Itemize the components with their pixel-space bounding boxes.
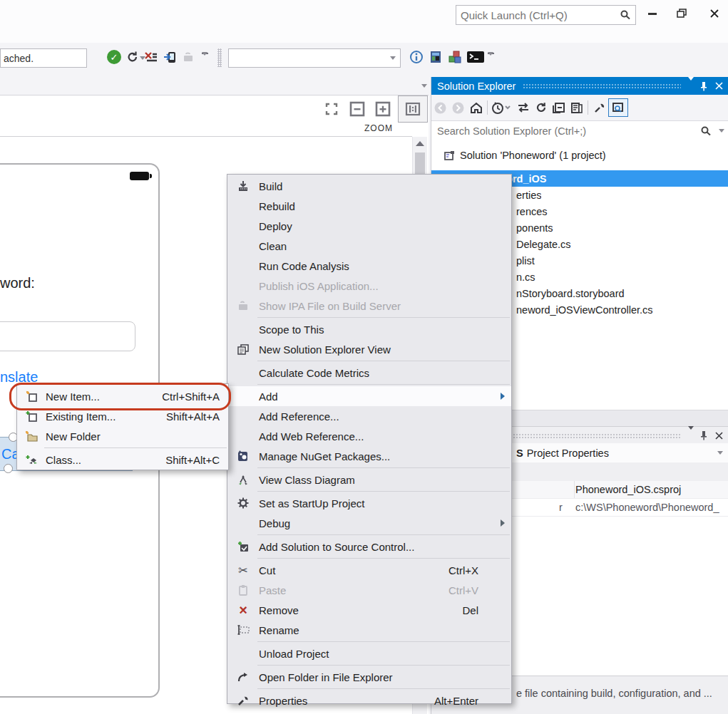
menu-item-paste: PasteCtrl+V bbox=[227, 580, 511, 600]
menu-item-add-web-reference[interactable]: Add Web Reference... bbox=[227, 426, 511, 446]
pin-button[interactable] bbox=[699, 81, 708, 91]
solution-explorer-search[interactable] bbox=[431, 120, 728, 141]
quick-launch-box[interactable] bbox=[456, 5, 636, 25]
submenu-item-existing-item[interactable]: Existing Item... Shift+Alt+A bbox=[17, 406, 228, 426]
pending-changes-icon bbox=[491, 102, 513, 114]
menu-separator bbox=[257, 665, 510, 666]
menu-item-deploy[interactable]: Deploy bbox=[227, 216, 511, 236]
phoneword-label: word: bbox=[0, 275, 35, 291]
phone-number-field[interactable] bbox=[0, 321, 135, 351]
menu-item-calculate-code-metrics[interactable]: Calculate Code Metrics bbox=[227, 363, 511, 383]
toolbar-grip[interactable] bbox=[217, 48, 222, 67]
menu-item-new-solution-explorer-view[interactable]: New Solution Explorer View bbox=[227, 339, 511, 359]
zoom-in-button[interactable] bbox=[374, 100, 392, 118]
toolbar-overflow-button[interactable] bbox=[202, 53, 208, 67]
zoom-actual-size-button[interactable] bbox=[398, 95, 428, 123]
solution-explorer-titlebar[interactable]: Solution Explorer bbox=[431, 77, 728, 95]
close-icon bbox=[715, 432, 723, 440]
collapse-all-button[interactable] bbox=[550, 98, 568, 117]
menu-separator bbox=[257, 688, 510, 689]
window-position-button[interactable] bbox=[688, 430, 694, 441]
toolbar-combo-input[interactable] bbox=[229, 53, 386, 64]
pending-changes-filter-button[interactable] bbox=[490, 98, 514, 117]
menu-item-remove[interactable]: × RemoveDel bbox=[227, 600, 511, 620]
forward-button[interactable] bbox=[449, 98, 467, 117]
sync-with-active-button[interactable] bbox=[514, 98, 532, 117]
toolbar-combo[interactable] bbox=[228, 48, 401, 68]
nuget-icon bbox=[227, 450, 259, 462]
menu-item-set-as-startup[interactable]: Set as StartUp Project bbox=[227, 493, 511, 513]
menu-item-open-folder[interactable]: Open Folder in File Explorer bbox=[227, 667, 511, 687]
menu-item-rename[interactable]: Rename bbox=[227, 620, 511, 640]
info-button[interactable] bbox=[408, 48, 425, 66]
preview-selected-button[interactable] bbox=[608, 98, 628, 117]
new-view-icon bbox=[227, 344, 259, 355]
import-button[interactable] bbox=[180, 48, 197, 66]
zoom-out-button[interactable] bbox=[348, 100, 366, 118]
clear-list-button[interactable] bbox=[143, 48, 160, 66]
menu-item-run-code-analysis[interactable]: Run Code Analysis bbox=[227, 256, 511, 276]
submenu-item-new-item[interactable]: New Item... Ctrl+Shift+A bbox=[17, 386, 228, 406]
deploy-device-icon bbox=[163, 50, 177, 64]
close-panel-button[interactable] bbox=[715, 82, 723, 90]
solution-node-label: Solution 'Phoneword' (1 project) bbox=[460, 150, 606, 161]
restore-button[interactable] bbox=[672, 6, 693, 21]
quick-launch-input[interactable] bbox=[456, 9, 620, 21]
close-panel-button[interactable] bbox=[715, 432, 723, 440]
device-combo[interactable] bbox=[0, 48, 87, 68]
selection-handle[interactable] bbox=[4, 464, 13, 473]
menu-item-add-reference[interactable]: Add Reference... bbox=[227, 406, 511, 426]
check-circle-icon: ✓ bbox=[107, 50, 121, 64]
menu-item-manage-nuget[interactable]: Manage NuGet Packages... bbox=[227, 446, 511, 466]
scroll-up-icon[interactable] bbox=[416, 141, 424, 146]
zoom-in-icon bbox=[375, 101, 391, 117]
solution-node[interactable]: Solution 'Phoneword' (1 project) bbox=[431, 140, 728, 163]
menu-item-cut[interactable]: ✂ CutCtrl+X bbox=[227, 560, 511, 580]
menu-item-add-solution-to-source-control[interactable]: Add Solution to Source Control... bbox=[227, 537, 511, 557]
document-dropdown-icon[interactable] bbox=[421, 84, 427, 88]
menu-item-properties[interactable]: PropertiesAlt+Enter bbox=[227, 690, 511, 710]
menu-item-unload-project[interactable]: Unload Project bbox=[227, 643, 511, 663]
toolbar-overflow2-button[interactable] bbox=[488, 53, 494, 67]
title-bar bbox=[0, 0, 728, 43]
menu-item-debug[interactable]: Debug bbox=[227, 513, 511, 533]
search-options-icon[interactable] bbox=[719, 129, 724, 133]
device-log-button[interactable] bbox=[427, 48, 444, 66]
search-icon[interactable] bbox=[700, 125, 712, 137]
menu-item-rebuild[interactable]: Rebuild bbox=[227, 196, 511, 216]
menu-item-clean[interactable]: Clean bbox=[227, 236, 511, 256]
menu-item-add[interactable]: Add bbox=[227, 386, 511, 406]
solution-explorer-toolbar bbox=[431, 95, 728, 120]
solution-search-input[interactable] bbox=[431, 125, 700, 137]
chevron-down-icon bbox=[688, 77, 694, 92]
submenu-item-new-folder[interactable]: New Folder bbox=[17, 426, 228, 446]
back-icon bbox=[434, 102, 446, 114]
back-button[interactable] bbox=[431, 98, 449, 117]
properties-button[interactable] bbox=[590, 98, 608, 117]
refresh-button[interactable] bbox=[532, 98, 550, 117]
close-button[interactable] bbox=[704, 6, 725, 21]
open-folder-icon bbox=[227, 672, 259, 683]
show-all-files-button[interactable] bbox=[568, 98, 585, 117]
zoom-fit-button[interactable] bbox=[322, 100, 341, 118]
menu-separator bbox=[257, 384, 510, 385]
menu-item-scope-to-this[interactable]: Scope to This bbox=[227, 319, 511, 339]
class-diagram-icon bbox=[227, 475, 259, 485]
menu-separator bbox=[257, 467, 510, 468]
packages-button[interactable] bbox=[446, 48, 463, 66]
class-icon bbox=[17, 454, 46, 465]
refresh-button[interactable] bbox=[124, 48, 141, 66]
deploy-device-button[interactable] bbox=[161, 48, 178, 66]
minimize-button[interactable] bbox=[642, 6, 663, 21]
terminal-button[interactable] bbox=[467, 48, 484, 66]
window-position-button[interactable] bbox=[688, 81, 694, 92]
menu-item-build[interactable]: Build bbox=[227, 176, 511, 196]
menu-separator bbox=[257, 317, 510, 318]
zoom-actual-icon bbox=[405, 102, 421, 116]
submenu-item-class[interactable]: Class... Shift+Alt+C bbox=[17, 450, 228, 470]
home-button[interactable] bbox=[467, 98, 485, 117]
quick-launch-search-icon[interactable] bbox=[620, 9, 631, 21]
pin-button[interactable] bbox=[699, 430, 708, 440]
menu-item-view-class-diagram[interactable]: View Class Diagram bbox=[227, 470, 511, 490]
run-button[interactable]: ✓ bbox=[106, 48, 123, 66]
